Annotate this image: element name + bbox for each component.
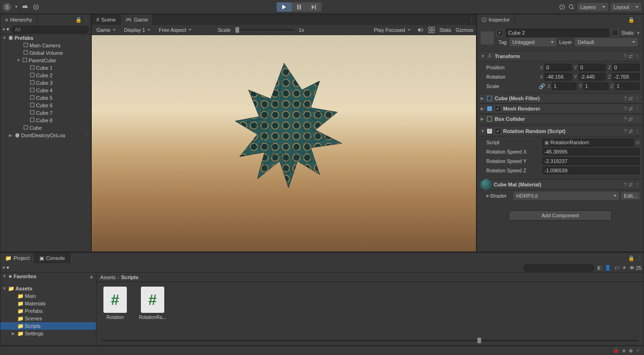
scale-y[interactable]: 1 <box>583 82 608 90</box>
mute-icon[interactable] <box>417 27 424 33</box>
star-icon[interactable]: ★ <box>622 265 627 271</box>
tree-item[interactable]: Global Volume <box>0 49 91 57</box>
preset-icon[interactable]: ⇄ <box>629 96 633 102</box>
tree-item[interactable]: Cube 5 <box>0 94 91 102</box>
tree-item[interactable]: ▼ ParentCube <box>0 57 91 64</box>
rsy-value[interactable]: -2.319237 <box>542 157 640 165</box>
add-component-button[interactable]: Add Component <box>509 210 612 221</box>
aspect-dropdown[interactable]: Free Aspect <box>157 27 213 33</box>
help-icon[interactable]: ? <box>624 182 627 187</box>
layers-dropdown[interactable]: Layers <box>578 3 608 11</box>
label-icon[interactable]: 🏷 <box>614 265 619 271</box>
asset-item[interactable]: #RotationRa... <box>139 287 167 320</box>
kebab-icon[interactable]: ⋮ <box>635 182 640 188</box>
assets-row[interactable]: ▼📁Assets <box>0 285 96 292</box>
help-icon[interactable]: ? <box>624 128 627 134</box>
lock-icon[interactable]: 🔒 <box>628 255 635 261</box>
preset-icon[interactable]: ⇄ <box>629 53 633 59</box>
preset-icon[interactable]: ⇄ <box>629 116 633 122</box>
kebab-icon[interactable]: ⋮ <box>84 133 89 139</box>
preset-icon[interactable]: ⇄ <box>629 106 633 112</box>
script-checkbox[interactable]: ✓ <box>495 128 501 134</box>
material-header[interactable]: Cube Mat (Material) ?⇄⋮ <box>479 179 642 190</box>
save-filter-icon[interactable]: 👤 <box>605 265 611 271</box>
tree-item[interactable]: Cube 4 <box>0 87 91 94</box>
scale-x[interactable]: 1 <box>552 82 577 90</box>
auto-icon[interactable]: ◈ <box>622 348 626 354</box>
lock-icon[interactable]: 🔒 <box>628 17 635 23</box>
folder-row[interactable]: 📁Materials <box>0 300 96 307</box>
play-focused-dropdown[interactable]: Play Focused <box>372 27 412 33</box>
folder-row[interactable]: 📁Scenes <box>0 315 96 322</box>
meshrenderer-header[interactable]: ▶✓Mesh Renderer?⇄⋮ <box>479 104 642 114</box>
cloud-icon[interactable] <box>22 4 29 10</box>
folder-row[interactable]: 📁Prefabs <box>0 307 96 315</box>
scale-z[interactable]: 1 <box>615 82 640 90</box>
kebab-icon[interactable]: ⋮ <box>635 53 640 59</box>
folder-row[interactable]: 📁Main <box>0 292 96 300</box>
asset-item[interactable]: #Rotation <box>101 287 129 320</box>
preset-icon[interactable]: ⇄ <box>629 128 633 134</box>
tree-item[interactable]: Cube 1 <box>0 64 91 72</box>
active-checkbox[interactable]: ✓ <box>497 30 503 36</box>
cache-icon[interactable]: ◉ <box>629 348 633 354</box>
kebab-icon[interactable]: ⋮ <box>635 96 640 102</box>
kebab-icon[interactable]: ⋮ <box>84 35 89 41</box>
shader-dropdown[interactable]: HDRP/Lit <box>513 192 619 200</box>
kebab-icon[interactable]: ⋮ <box>84 17 89 23</box>
favorites-row[interactable]: ▼★Favorites▲ <box>0 273 96 280</box>
game-mode-dropdown[interactable]: Game <box>95 27 117 33</box>
gizmos-button[interactable]: Gizmos <box>456 27 473 33</box>
help-icon[interactable]: ? <box>624 53 627 59</box>
bug-icon[interactable]: 🐞 <box>613 348 619 354</box>
hierarchy-search[interactable] <box>11 26 89 33</box>
object-picker-icon[interactable]: ⊙ <box>636 140 640 146</box>
kebab-icon[interactable]: ⋮ <box>637 255 642 261</box>
undo-history-icon[interactable] <box>559 4 565 10</box>
kebab-icon[interactable]: ⋮ <box>635 116 640 122</box>
script-header[interactable]: ▼#✓Rotation Random (Script)?⇄⋮ <box>479 126 642 136</box>
zoom-slider[interactable] <box>101 340 639 341</box>
console-tab[interactable]: ▣Console <box>35 253 70 263</box>
edit-button[interactable]: Edit... <box>621 192 640 200</box>
rot-z[interactable]: -2.768 <box>612 73 640 81</box>
rot-y[interactable]: -2.445 <box>578 73 606 81</box>
project-search[interactable] <box>523 264 594 272</box>
static-checkbox[interactable] <box>612 30 618 36</box>
tree-item[interactable]: Cube 7 <box>0 109 91 117</box>
kebab-icon[interactable]: ⋮ <box>469 17 474 23</box>
help-icon[interactable]: ? <box>624 106 627 111</box>
boxcollider-header[interactable]: ▶Box Collider?⇄⋮ <box>479 114 642 124</box>
chevron-down-icon[interactable]: ▾ <box>637 30 640 36</box>
script-ref[interactable]: ▣ RotationRandom <box>542 139 634 147</box>
rsx-value[interactable]: -45.38995 <box>542 148 640 155</box>
tree-item[interactable]: Cube <box>0 124 91 132</box>
project-tab[interactable]: 📁Project <box>0 253 35 263</box>
layer-dropdown[interactable]: Default <box>575 38 638 46</box>
folder-row[interactable]: 📁Scripts <box>0 322 96 330</box>
pos-z[interactable]: 0 <box>612 64 640 71</box>
rsz-value[interactable]: -1.096539 <box>542 167 640 174</box>
scene-row[interactable]: ▶ DontDestroyOnLoa ⋮ <box>0 132 91 139</box>
search-filter-icon[interactable]: ◧ <box>597 265 602 271</box>
build-icon[interactable]: ✓ <box>636 348 640 354</box>
renderer-checkbox[interactable]: ✓ <box>495 105 501 112</box>
help-icon[interactable]: ? <box>624 96 627 101</box>
scene-tab[interactable]: # Scene <box>92 15 121 25</box>
create-dropdown[interactable]: + ▾ <box>2 265 9 271</box>
play-button[interactable] <box>277 2 292 12</box>
hierarchy-tab[interactable]: ≡ Hierarchy <box>0 15 37 25</box>
pos-x[interactable]: 0 <box>544 64 572 71</box>
tree-item[interactable]: Cube 3 <box>0 79 91 87</box>
create-dropdown[interactable]: + ▾ <box>2 26 9 32</box>
tree-item[interactable]: Cube 8 <box>0 117 91 124</box>
stats-button[interactable]: Stats <box>439 27 451 33</box>
preset-icon[interactable]: ⇄ <box>629 182 633 188</box>
expand-icon[interactable]: ▶ <box>486 193 490 198</box>
kebab-icon[interactable]: ⋮ <box>637 17 642 23</box>
hidden-count[interactable]: 👁 25 <box>629 265 642 271</box>
scene-row[interactable]: ▼ Prefabs ⋮ <box>0 34 91 42</box>
tag-dropdown[interactable]: Untagged <box>510 38 556 46</box>
inspector-tab[interactable]: ⓘ Inspector <box>477 15 515 25</box>
lock-icon[interactable]: 🔒 <box>75 17 82 23</box>
